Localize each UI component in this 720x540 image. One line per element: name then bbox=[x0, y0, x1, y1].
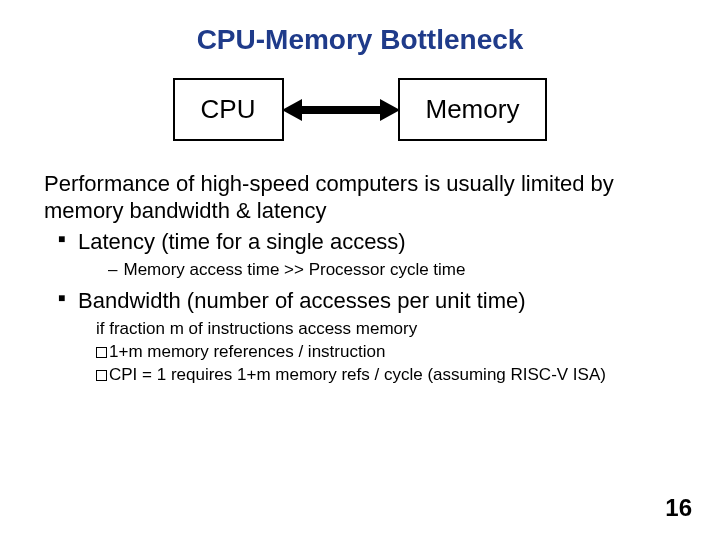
sub-latency-text: Memory access time >> Processor cycle ti… bbox=[123, 260, 465, 279]
slide-title: CPU-Memory Bottleneck bbox=[0, 24, 720, 56]
placeholder-box-icon bbox=[96, 347, 107, 358]
bullet-bandwidth: Bandwidth (number of accesses per unit t… bbox=[58, 288, 676, 388]
bidirectional-arrow-icon bbox=[282, 99, 400, 121]
placeholder-box-icon bbox=[96, 370, 107, 381]
bullet-latency: Latency (time for a single access) –Memo… bbox=[58, 229, 676, 282]
sub-bandwidth-line-2: 1+m memory references / instruction bbox=[96, 341, 676, 364]
sub-latency: –Memory access time >> Processor cycle t… bbox=[108, 259, 676, 281]
memory-box: Memory bbox=[398, 78, 548, 141]
cpu-box: CPU bbox=[173, 78, 284, 141]
body-text: Performance of high-speed computers is u… bbox=[44, 171, 676, 387]
bullet-latency-label: Latency (time for a single access) bbox=[78, 229, 406, 254]
cpu-memory-diagram: CPU Memory bbox=[0, 78, 720, 141]
intro-text: Performance of high-speed computers is u… bbox=[44, 171, 676, 225]
sub-bandwidth: if fraction m of instructions access mem… bbox=[96, 318, 676, 387]
bullet-bandwidth-label: Bandwidth (number of accesses per unit t… bbox=[78, 288, 526, 313]
sub-bandwidth-line-3: CPI = 1 requires 1+m memory refs / cycle… bbox=[96, 364, 676, 387]
sub-bandwidth-line-1: if fraction m of instructions access mem… bbox=[96, 318, 676, 341]
page-number: 16 bbox=[665, 494, 692, 522]
